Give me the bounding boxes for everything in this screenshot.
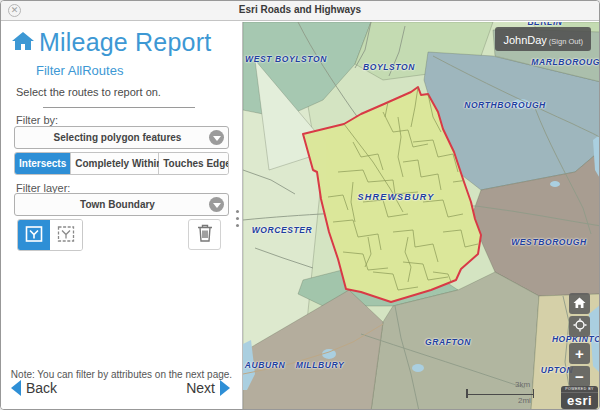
- divider: [43, 107, 195, 108]
- esri-logo[interactable]: POWERED BY esri: [561, 386, 598, 409]
- spatial-relation-switch: Intersects Completely Within Touches Edg…: [14, 152, 229, 175]
- trash-icon: [196, 223, 214, 246]
- esri-brand-label: esri: [561, 393, 598, 408]
- instruction-text: Select the routes to report on.: [16, 86, 161, 98]
- powered-by-label: POWERED BY: [561, 386, 598, 393]
- select-by-polygon-button[interactable]: [18, 220, 50, 250]
- scalebar-km-label: 3km: [515, 380, 530, 389]
- next-label: Next: [186, 380, 215, 396]
- locate-button[interactable]: [569, 316, 590, 337]
- back-label: Back: [26, 380, 57, 396]
- home-icon: [11, 30, 35, 56]
- filter-layer-value: Town Boundary: [15, 194, 228, 215]
- touches-edge-button[interactable]: Touches Edge: [159, 153, 229, 174]
- app-title: Esri Roads and Highways: [1, 4, 599, 15]
- back-arrow-icon: [11, 380, 21, 396]
- zoom-in-button[interactable]: +: [569, 343, 590, 364]
- mileage-report-panel: Mileage Report Filter AllRoutes Select t…: [1, 22, 243, 409]
- select-by-extent-button[interactable]: [50, 220, 82, 250]
- next-button[interactable]: Next: [181, 380, 230, 396]
- polygon-select-icon: [23, 223, 45, 248]
- selection-tools: [17, 219, 83, 251]
- user-signout-button[interactable]: JohnDay(Sign Out): [495, 27, 591, 51]
- app-window: ✕ Esri Roads and Highways Mileage Report…: [0, 0, 600, 410]
- note-text: Note: You can filter by attributes on th…: [1, 369, 242, 380]
- zoom-out-button[interactable]: −: [569, 366, 590, 387]
- map-canvas[interactable]: [243, 22, 599, 409]
- chevron-down-icon[interactable]: [209, 197, 224, 212]
- filter-allroutes-link[interactable]: Filter AllRoutes: [36, 63, 123, 78]
- completely-within-button[interactable]: Completely Within: [71, 153, 159, 174]
- scalebar-mi-label: 2mi: [518, 396, 531, 405]
- back-button[interactable]: Back: [11, 380, 62, 396]
- scalebar: [466, 393, 534, 395]
- clear-selection-button[interactable]: [188, 219, 221, 250]
- home-icon: [573, 295, 586, 312]
- filter-by-label: Filter by:: [16, 114, 58, 126]
- map-view[interactable]: WEST BOYLSTONBOYLSTONBERLINMARLBOROUGHNO…: [243, 22, 599, 409]
- user-name: JohnDay: [503, 34, 546, 46]
- panel-splitter-handle[interactable]: [233, 198, 241, 238]
- intersects-button[interactable]: Intersects: [15, 153, 71, 174]
- next-arrow-icon: [220, 380, 230, 396]
- page-title: Mileage Report: [39, 28, 211, 57]
- titlebar: ✕ Esri Roads and Highways: [1, 1, 599, 21]
- extent-select-icon: [55, 223, 77, 248]
- selection-method-value: Selecting polygon features: [15, 127, 228, 148]
- panel-header: Mileage Report: [11, 28, 211, 57]
- map-controls: + −: [569, 293, 590, 389]
- sign-out-label: (Sign Out): [549, 37, 583, 46]
- selection-method-dropdown[interactable]: Selecting polygon features: [14, 126, 229, 149]
- home-extent-button[interactable]: [569, 293, 590, 314]
- locate-icon: [573, 318, 587, 335]
- chevron-down-icon[interactable]: [209, 130, 224, 145]
- filter-layer-dropdown[interactable]: Town Boundary: [14, 193, 229, 216]
